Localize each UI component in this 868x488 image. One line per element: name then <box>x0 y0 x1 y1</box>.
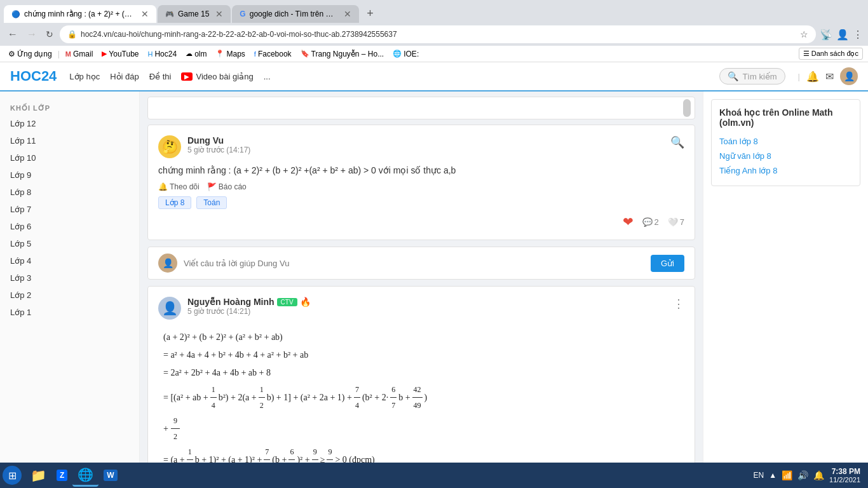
bookmark-facebook[interactable]: f Facebook <box>251 48 295 60</box>
olm-link-toan8[interactable]: Toán lớp 8 <box>719 134 852 149</box>
question-header: 🤔 Dung Vu 5 giờ trước (14:17) 🔍 <box>158 135 684 158</box>
bookmark-ioe[interactable]: 🌐 IOE: <box>390 48 422 60</box>
reply-input[interactable] <box>184 259 644 268</box>
menu-icon[interactable]: ⋮ <box>853 29 863 41</box>
refresh-button[interactable]: ↻ <box>43 28 56 41</box>
site-logo[interactable]: HOC24 <box>10 68 57 85</box>
like-stat: 🤍 7 <box>668 217 684 227</box>
sidebar-item-lop3[interactable]: Lớp 3 <box>0 269 139 287</box>
sidebar-item-lop7[interactable]: Lớp 7 <box>0 201 139 218</box>
search-box[interactable]: 🔍 Tìm kiếm <box>719 68 785 85</box>
back-button[interactable]: ← <box>5 27 20 41</box>
browser-chrome: 🔵 chứng minh rằng : (a + 2)² + (b +... ✕… <box>0 0 868 62</box>
bookmark-maps[interactable]: 📍 Maps <box>212 48 248 60</box>
facebook-icon: f <box>254 50 256 58</box>
report-link[interactable]: 🚩 Báo cáo <box>207 182 247 191</box>
message-icon[interactable]: ✉ <box>825 71 834 83</box>
sidebar-item-lop10[interactable]: Lớp 10 <box>0 149 139 166</box>
question-search-icon[interactable]: 🔍 <box>670 135 684 149</box>
olm-link-nguvan8[interactable]: Ngữ văn lớp 8 <box>719 149 852 163</box>
bookmark-trang[interactable]: 🔖 Trang Nguyễn – Ho... <box>297 48 388 60</box>
scroll-handle[interactable] <box>683 99 691 117</box>
tag-lop8[interactable]: Lớp 8 <box>158 196 191 209</box>
nav-hoidap[interactable]: Hỏi đáp <box>110 72 139 81</box>
bookmark-youtube[interactable]: ▶ YouTube <box>98 48 142 60</box>
taskbar-time: 7:38 PM <box>829 467 860 476</box>
maps-icon: 📍 <box>215 50 224 58</box>
like-heart-icon[interactable]: ❤ <box>623 214 634 229</box>
volume-icon[interactable]: 🔊 <box>797 470 808 480</box>
sidebar-item-lop4[interactable]: Lớp 4 <box>0 252 139 269</box>
sidebar-item-lop2[interactable]: Lớp 2 <box>0 287 139 304</box>
question-user-info: Dung Vu 5 giờ trước (14:17) <box>187 135 664 154</box>
url-text: hoc24.vn/cau-hoi/chung-minh-rang-a-22-b-… <box>81 30 796 39</box>
bookmark-olm[interactable]: ☁ olm <box>182 48 210 60</box>
nav-video[interactable]: ▶ Video bài giảng <box>181 72 253 81</box>
new-tab-button[interactable]: + <box>362 4 379 23</box>
olm-link-tiengAnh8[interactable]: Tiếng Anh lớp 8 <box>719 163 852 178</box>
notification-bell-icon[interactable]: 🔔 <box>806 71 819 83</box>
user-avatar-header[interactable]: 👤 <box>840 67 858 85</box>
profile-icon[interactable]: 👤 <box>836 29 849 41</box>
bookmarks-apps[interactable]: ⚙ Ứng dụng <box>5 48 55 60</box>
file-explorer-icon: 📁 <box>31 468 46 483</box>
taskbar-file-explorer[interactable]: 📁 <box>25 465 51 485</box>
nav-lophoc[interactable]: Lớp học <box>69 72 100 81</box>
bookmark-hoc24[interactable]: H Hoc24 <box>145 48 180 60</box>
follow-link[interactable]: 🔔 Theo dõi <box>158 182 200 191</box>
sidebar-item-lop8[interactable]: Lớp 8 <box>0 184 139 201</box>
cast-icon[interactable]: 📡 <box>820 29 832 41</box>
tab-active[interactable]: 🔵 chứng minh rằng : (a + 2)² + (b +... ✕ <box>4 5 156 23</box>
taskbar-chrome[interactable]: 🌐 <box>72 464 98 487</box>
taskbar-clock[interactable]: 7:38 PM 11/2/2021 <box>829 467 860 484</box>
reading-list-button[interactable]: ☰ Danh sách đọc <box>799 48 863 60</box>
answer-header: 👤 Nguyễn Hoàng Minh CTV 🔥 5 giờ trước (1… <box>158 297 684 320</box>
lang-indicator[interactable]: EN <box>754 471 764 480</box>
sidebar-item-lop12[interactable]: Lớp 12 <box>0 115 139 132</box>
start-button[interactable]: ⊞ <box>3 466 22 485</box>
nav-more[interactable]: ... <box>264 72 271 81</box>
taskbar-date: 11/2/2021 <box>829 476 860 484</box>
sidebar-item-lop11[interactable]: Lớp 11 <box>0 132 139 149</box>
notification-icon[interactable]: 🔔 <box>813 470 824 480</box>
answerer-info: Nguyễn Hoàng Minh CTV 🔥 5 giờ trước (14:… <box>187 297 667 316</box>
taskbar-word[interactable]: W <box>98 467 122 484</box>
sidebar-item-lop9[interactable]: Lớp 9 <box>0 166 139 184</box>
search-icon: 🔍 <box>728 71 738 81</box>
nav-dethi[interactable]: Đề thi <box>149 72 172 81</box>
answer-time: 5 giờ trước (14:21) <box>187 307 667 316</box>
star-icon[interactable]: ☆ <box>800 29 808 39</box>
ctv-badge: CTV <box>277 298 297 306</box>
tab-inactive-2[interactable]: 🎮 Game 15 ✕ <box>158 5 231 23</box>
sidebar-item-lop6[interactable]: Lớp 6 <box>0 218 139 235</box>
forward-button[interactable]: → <box>24 27 39 41</box>
bookmark-gmail[interactable]: M Gmail <box>62 48 97 60</box>
tab-inactive-3[interactable]: G google dich - Tìm trên Google ✕ <box>232 5 359 23</box>
taskbar-zalo[interactable]: Z <box>51 467 72 484</box>
address-bar[interactable]: 🔒 hoc24.vn/cau-hoi/chung-minh-rang-a-22-… <box>60 25 816 43</box>
olm-icon: ☁ <box>186 50 193 58</box>
tab-close-1[interactable]: ✕ <box>141 9 149 19</box>
network-icon[interactable]: 📶 <box>782 470 792 480</box>
lock-icon: 🔒 <box>67 30 77 39</box>
math-line-4: = [(a² + ab + 1 4 b²) + 2(a + 1 2 b) + 1… <box>163 382 679 413</box>
main-content: 🤔 Dung Vu 5 giờ trước (14:17) 🔍 chứng mi… <box>140 92 703 464</box>
tab-title-3: google dich - Tìm trên Google <box>250 10 338 18</box>
tag-toan[interactable]: Toán <box>196 196 227 209</box>
tab-title-1: chứng minh rằng : (a + 2)² + (b +... <box>24 10 135 18</box>
tab-bar: 🔵 chứng minh rằng : (a + 2)² + (b +... ✕… <box>0 0 868 23</box>
tab-close-2[interactable]: ✕ <box>215 9 223 19</box>
answer-more-icon[interactable]: ⋮ <box>673 297 684 311</box>
bookmark-sep-1: | <box>58 50 60 58</box>
send-button[interactable]: Gửi <box>651 255 684 272</box>
math-line-2: = a² + 4a + 4 + b² + 4b + 4 + a² + b² + … <box>163 346 679 364</box>
sidebar-item-lop5[interactable]: Lớp 5 <box>0 235 139 252</box>
question-tags: Lớp 8 Toán <box>158 196 684 209</box>
apps-icon: ⚙ <box>8 50 15 58</box>
right-sidebar: Khoá học trên Online Math (olm.vn) Toán … <box>703 92 868 464</box>
tab-close-3[interactable]: ✕ <box>344 9 351 19</box>
arrow-icon[interactable]: ▲ <box>769 471 776 480</box>
windows-icon: ⊞ <box>8 470 17 482</box>
sidebar-item-lop1[interactable]: Lớp 1 <box>0 304 139 321</box>
math-content: (a + 2)² + (b + 2)² + (a² + b² + ab) = a… <box>158 326 684 464</box>
